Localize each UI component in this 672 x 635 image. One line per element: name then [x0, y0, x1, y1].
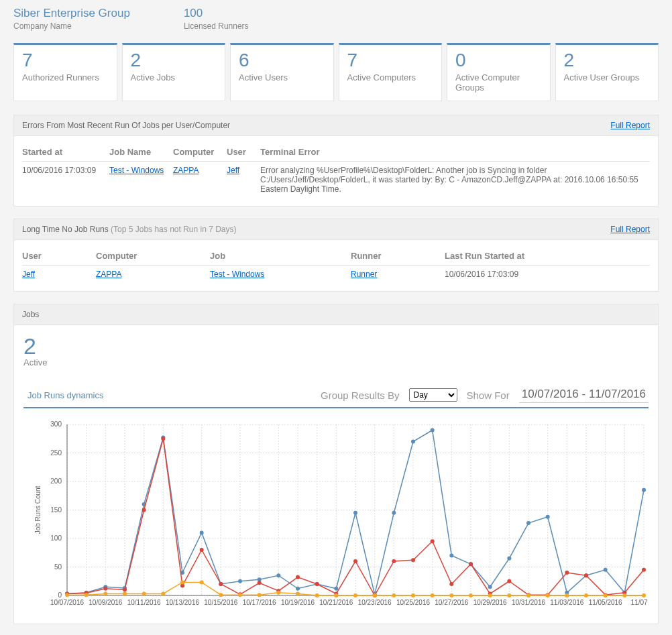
svg-text:10/19/2016: 10/19/2016 [281, 599, 315, 606]
stat-value: 7 [347, 50, 434, 71]
job-runs-chart: 05010015020025030010/07/201610/09/201610… [23, 418, 647, 616]
svg-point-141 [353, 593, 357, 597]
svg-text:0: 0 [58, 591, 62, 599]
svg-text:300: 300 [50, 420, 62, 428]
link-computer[interactable]: ZAPPA [96, 270, 121, 279]
svg-point-105 [258, 581, 262, 585]
stat-value: 2 [131, 50, 217, 71]
col-user: User [227, 143, 260, 162]
svg-point-102 [200, 548, 204, 552]
svg-point-154 [604, 593, 608, 597]
jobs-count: 2 [23, 335, 649, 357]
svg-point-153 [584, 593, 588, 597]
link-job[interactable]: Test - Windows [210, 270, 264, 279]
svg-point-121 [565, 571, 569, 575]
svg-text:50: 50 [54, 563, 62, 570]
errors-title: Errors From Most Recent Run Of Jobs per … [22, 121, 230, 130]
stat-label: Active Jobs [131, 72, 217, 82]
date-range-input[interactable]: 10/07/2016 - 11/07/2016 [519, 388, 649, 403]
link-job[interactable]: Test - Windows [109, 166, 164, 175]
svg-text:10/29/2016: 10/29/2016 [473, 599, 507, 606]
svg-point-108 [315, 582, 319, 586]
svg-text:10/31/2016: 10/31/2016 [512, 599, 545, 606]
cell-last: 10/06/2016 17:03:09 [445, 265, 650, 283]
stat-label: Active User Groups [564, 72, 651, 82]
longtime-title-sub: (Top 5 Jobs has not Run in 7 Days) [111, 225, 236, 234]
svg-point-135 [238, 593, 242, 597]
group-select[interactable]: Day [409, 388, 457, 402]
stat-value: 0 [455, 50, 542, 71]
link-runner[interactable]: Runner [351, 270, 377, 279]
svg-point-133 [200, 580, 204, 584]
svg-point-82 [411, 439, 415, 443]
svg-point-118 [507, 579, 511, 583]
svg-text:150: 150 [50, 506, 62, 513]
svg-point-137 [276, 591, 280, 595]
svg-point-145 [431, 593, 435, 597]
cell-started: 10/06/2016 17:03:09 [22, 161, 109, 198]
jobs-title: Jobs [22, 310, 39, 319]
stat-row: 7 Authorized Runners 2 Active Jobs 6 Act… [0, 43, 672, 115]
stat-label: Active Computers [347, 72, 434, 82]
cell-error: Error analyzing %UserProfile%\Desktop\Fo… [260, 161, 650, 198]
stat-active-users[interactable]: 6 Active Users [230, 43, 334, 101]
svg-point-136 [258, 593, 262, 597]
longtime-title: Long Time No Job Runs (Top 5 Jobs has no… [22, 225, 237, 234]
svg-point-155 [622, 593, 626, 597]
svg-point-88 [526, 521, 530, 525]
svg-point-151 [546, 593, 550, 597]
svg-point-73 [238, 579, 242, 583]
svg-point-132 [180, 580, 184, 584]
svg-point-100 [161, 437, 165, 441]
stat-authorized-runners[interactable]: 7 Authorized Runners [13, 43, 117, 101]
company-block: Siber Enterprise Group Company Name [13, 7, 130, 31]
tab-job-runs-dynamics[interactable]: Job Runs dynamics [23, 390, 107, 400]
col-last: Last Run Started at [445, 247, 650, 266]
col-error: Terminal Error [260, 143, 650, 162]
svg-point-89 [546, 514, 550, 518]
licensed-block: 100 Licensed Runners [184, 7, 249, 31]
col-job: Job [210, 247, 351, 266]
svg-point-103 [219, 582, 223, 586]
svg-text:10/27/2016: 10/27/2016 [435, 599, 468, 606]
errors-panel: Errors From Most Recent Run Of Jobs per … [13, 115, 659, 207]
svg-text:10/23/2016: 10/23/2016 [358, 599, 392, 606]
svg-text:11/07/20: 11/07/20 [631, 599, 647, 606]
stat-active-computer-groups[interactable]: 0 Active Computer Groups [447, 43, 551, 101]
svg-point-125 [642, 568, 646, 572]
link-user[interactable]: Jeff [227, 166, 239, 175]
svg-point-142 [373, 593, 377, 597]
link-user[interactable]: Jeff [22, 270, 35, 279]
link-computer[interactable]: ZAPPA [173, 166, 199, 175]
svg-point-71 [200, 530, 204, 534]
svg-point-150 [526, 593, 530, 597]
table-row: Jeff ZAPPA Test - Windows Runner 10/06/2… [22, 265, 650, 283]
svg-point-156 [642, 593, 646, 597]
svg-point-94 [642, 488, 646, 492]
stat-label: Active Computer Groups [455, 72, 542, 93]
stat-active-user-groups[interactable]: 2 Active User Groups [555, 43, 659, 101]
longtime-full-report-link[interactable]: Full Report [610, 225, 650, 234]
svg-text:10/21/2016: 10/21/2016 [319, 599, 353, 606]
stat-active-computers[interactable]: 7 Active Computers [339, 43, 443, 101]
errors-full-report-link[interactable]: Full Report [610, 121, 650, 130]
svg-text:10/11/2016: 10/11/2016 [127, 599, 161, 606]
svg-point-139 [315, 593, 319, 597]
col-computer: Computer [173, 143, 227, 162]
svg-point-148 [488, 593, 492, 597]
svg-text:10/09/2016: 10/09/2016 [89, 599, 122, 606]
company-label: Company Name [13, 21, 130, 31]
col-runner: Runner [351, 247, 445, 266]
jobs-active-label: Active [23, 357, 649, 367]
svg-point-99 [142, 508, 146, 512]
svg-text:100: 100 [50, 534, 62, 542]
svg-text:10/17/2016: 10/17/2016 [243, 599, 276, 606]
svg-point-79 [353, 511, 357, 515]
svg-point-112 [392, 559, 396, 563]
svg-point-146 [449, 593, 453, 597]
svg-point-97 [103, 587, 107, 591]
svg-point-127 [85, 593, 89, 597]
table-row: 10/06/2016 17:03:09 Test - Windows ZAPPA… [22, 161, 650, 198]
stat-label: Authorized Runners [22, 72, 109, 82]
stat-active-jobs[interactable]: 2 Active Jobs [122, 43, 226, 101]
